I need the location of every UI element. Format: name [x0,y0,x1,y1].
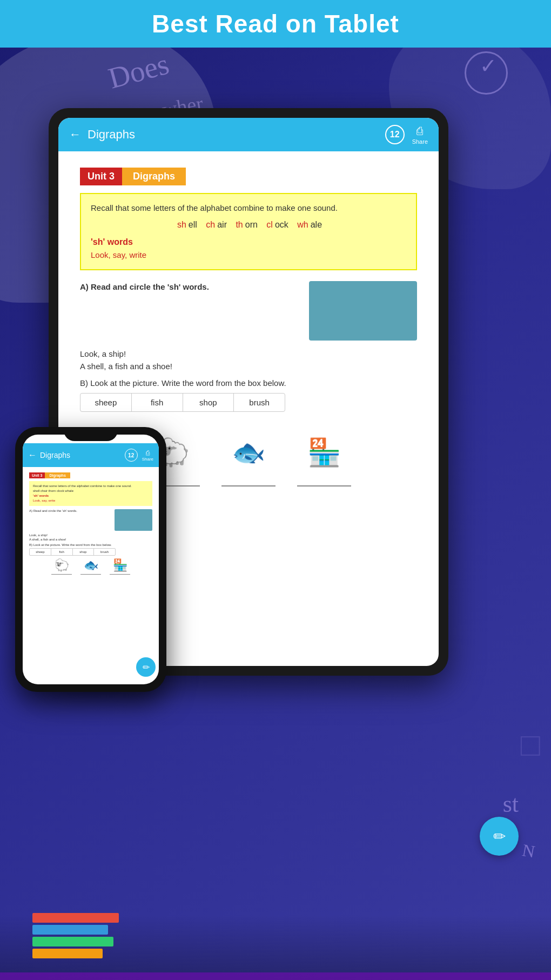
phone-animals-row: 🐑 🐟 🏪 [29,558,152,575]
phone-word-fish: fish [51,549,73,555]
word-thorn: thorn [233,220,257,229]
phone-lesson-box: Recall that some letters of the alphabet… [29,481,152,506]
unit-title: Digraphs [122,168,186,185]
word-whale: whale [295,220,322,229]
doodle-box: □ [521,726,540,764]
phone-fish-emoji: 🐟 [84,558,98,572]
sh-words-label: 'sh' words [91,235,406,249]
tablet-back-button[interactable]: ← [69,128,81,142]
phone-animal-sheep: 🐑 [51,558,72,575]
phone-unit-header: Unit 3 Digraphs [29,472,152,478]
phone-word-sheep: sheep [30,549,51,555]
shop-answer-line [297,485,351,486]
tablet-header: ← Digraphs 12 ⎙ Share [58,118,439,151]
phone-share-icon: ⎙ [146,449,150,457]
doodle-n: N [521,840,536,862]
phone-screen: ← Digraphs 12 ⎙ Share Unit 3 Digraphs Re… [23,435,159,684]
look-say-label: Look, say, write [91,249,406,262]
phone-sheep-line [51,574,72,575]
section-a-row: A) Read and circle the 'sh' words. [80,281,417,341]
top-banner: Best Read on Tablet [0,0,551,48]
tablet-screen-title: Digraphs [88,128,385,142]
phone-page-badge: 12 [125,449,138,462]
section-b-title: B) Look at the picture. Write the word f… [80,378,417,388]
bottom-decor [0,915,551,980]
sentence-1: Look, a ship! [80,349,417,358]
fish-emoji: 🐟 [221,428,276,477]
animal-fish: 🐟 [221,428,276,486]
phone-shop-emoji: 🏪 [113,558,127,572]
book-4 [32,949,103,958]
banner-title: Best Read on Tablet [152,9,399,38]
phone-back-button[interactable]: ← [28,450,37,460]
word-box-row: sheep fish shop brush [80,393,285,412]
section-a-text: A) Read and circle the 'sh' words. [80,281,298,294]
word-chair: chair [204,220,227,229]
share-label: Share [412,138,428,145]
unit-header: Unit 3 Digraphs [80,168,417,185]
phone-look-say: Look, say, write [33,498,149,503]
bottom-bar [0,972,551,980]
phone-lesson-intro: Recall that some letters of the alphabet… [33,484,149,489]
phone-section-a-row: A) Read and circle the 'sh' words. [29,509,152,531]
tablet-edit-fab[interactable]: ✏ [480,817,519,856]
word-shop: shop [183,394,234,411]
phone-share-label: Share [142,457,153,462]
phone-word-shop: shop [73,549,95,555]
phone-word-brush: brush [94,549,115,555]
word-clock: clock [264,220,288,229]
share-icon: ⎙ [416,125,423,137]
phone-shop-line [110,574,130,575]
doodle-st: st [503,790,519,818]
phone-header: ← Digraphs 12 ⎙ Share [23,443,159,467]
unit-badge: Unit 3 [80,168,122,185]
phone-fish-line [80,574,101,575]
book-3 [32,937,113,946]
phone-screen-title: Digraphs [40,451,125,459]
phone-unit-title: Digraphs [45,472,70,478]
phone-sentence-1: Look, a ship! [29,534,152,537]
phone-share-button[interactable]: ⎙ Share [142,449,153,462]
lesson-intro: Recall that some letters of the alphabet… [91,202,406,215]
phone-edit-icon: ✏ [143,662,150,672]
phone-section-b-title: B) Look at the picture. Write the word f… [29,543,152,546]
phone-content: Unit 3 Digraphs Recall that some letters… [23,467,159,684]
phone-edit-fab[interactable]: ✏ [136,657,156,677]
phone-section-a-text: A) Read and circle the 'sh' words. [29,509,111,531]
tablet-page-badge: 12 [385,125,405,144]
phone-word-box: sheep fish shop brush [29,548,116,556]
tablet-share-button[interactable]: ⎙ Share [412,125,428,145]
phone-unit-badge: Unit 3 [29,472,45,478]
word-sheep: sheep [80,394,132,411]
phone-section-a-image [115,509,152,531]
fish-answer-line [221,485,276,486]
section-a-image [309,281,417,341]
phone-animal-shop: 🏪 [110,558,130,575]
phone-notch [64,427,118,441]
section-a-heading: A) Read and circle the 'sh' words. [80,282,209,291]
phone-device: ← Digraphs 12 ⎙ Share Unit 3 Digraphs Re… [15,427,166,692]
word-brush: brush [234,394,285,411]
book-2 [32,925,108,935]
word-shell: shell [175,220,197,229]
sentence-2: A shell, a fish and a shoe! [80,362,417,371]
book-1 [32,913,119,923]
section-a-label: A) Read and circle the 'sh' words. [80,281,298,294]
lesson-box: Recall that some letters of the alphabet… [80,193,417,270]
phone-animal-fish: 🐟 [80,558,101,575]
phone-sentence-2: A shell, a fish and a shoe! [29,538,152,541]
edit-icon: ✏ [493,828,506,845]
shop-emoji: 🏪 [297,428,351,477]
phone-sheep-emoji: 🐑 [55,558,69,572]
lesson-words: shell chair thorn clock whale [91,218,406,232]
phone-lesson-words: shell chair thorn clock whale [33,489,149,494]
word-fish: fish [132,394,183,411]
phone-sh-words: 'sh' words [33,494,149,498]
animal-shop: 🏪 [297,428,351,486]
book-stack [32,913,119,958]
